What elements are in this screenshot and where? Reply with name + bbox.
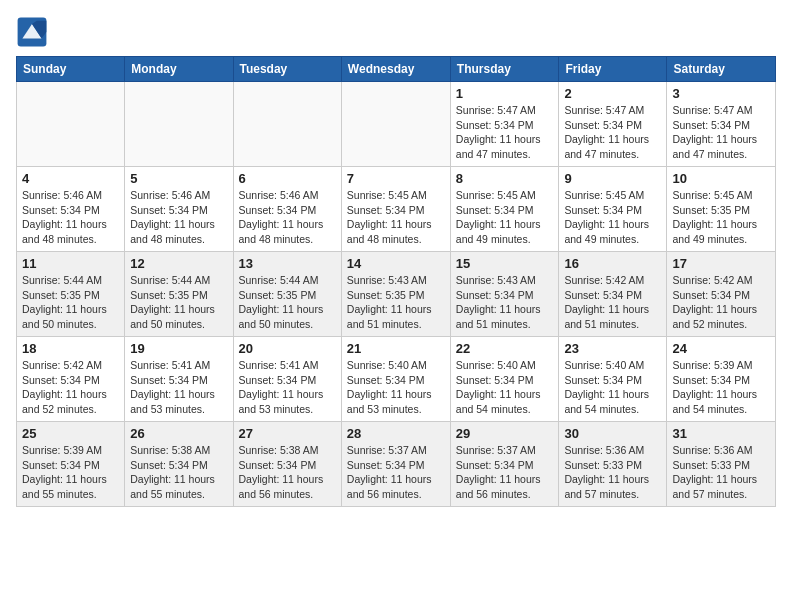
day-number: 9 [564,171,661,186]
day-number: 2 [564,86,661,101]
calendar-cell-27: 27Sunrise: 5:38 AM Sunset: 5:34 PM Dayli… [233,422,341,507]
day-info: Sunrise: 5:40 AM Sunset: 5:34 PM Dayligh… [347,358,445,417]
day-info: Sunrise: 5:42 AM Sunset: 5:34 PM Dayligh… [564,273,661,332]
day-number: 10 [672,171,770,186]
day-info: Sunrise: 5:36 AM Sunset: 5:33 PM Dayligh… [672,443,770,502]
week-row-3: 11Sunrise: 5:44 AM Sunset: 5:35 PM Dayli… [17,252,776,337]
day-info: Sunrise: 5:43 AM Sunset: 5:35 PM Dayligh… [347,273,445,332]
logo [16,16,52,48]
day-info: Sunrise: 5:42 AM Sunset: 5:34 PM Dayligh… [672,273,770,332]
calendar-cell-7: 7Sunrise: 5:45 AM Sunset: 5:34 PM Daylig… [341,167,450,252]
day-info: Sunrise: 5:44 AM Sunset: 5:35 PM Dayligh… [22,273,119,332]
day-number: 20 [239,341,336,356]
column-header-wednesday: Wednesday [341,57,450,82]
day-info: Sunrise: 5:45 AM Sunset: 5:34 PM Dayligh… [564,188,661,247]
day-info: Sunrise: 5:44 AM Sunset: 5:35 PM Dayligh… [239,273,336,332]
day-number: 19 [130,341,227,356]
day-info: Sunrise: 5:43 AM Sunset: 5:34 PM Dayligh… [456,273,554,332]
day-number: 23 [564,341,661,356]
column-header-sunday: Sunday [17,57,125,82]
calendar-cell-empty-0 [17,82,125,167]
day-info: Sunrise: 5:47 AM Sunset: 5:34 PM Dayligh… [672,103,770,162]
calendar-cell-30: 30Sunrise: 5:36 AM Sunset: 5:33 PM Dayli… [559,422,667,507]
day-number: 29 [456,426,554,441]
day-info: Sunrise: 5:46 AM Sunset: 5:34 PM Dayligh… [130,188,227,247]
column-header-monday: Monday [125,57,233,82]
day-info: Sunrise: 5:46 AM Sunset: 5:34 PM Dayligh… [239,188,336,247]
calendar-cell-26: 26Sunrise: 5:38 AM Sunset: 5:34 PM Dayli… [125,422,233,507]
day-number: 15 [456,256,554,271]
week-row-2: 4Sunrise: 5:46 AM Sunset: 5:34 PM Daylig… [17,167,776,252]
calendar-cell-21: 21Sunrise: 5:40 AM Sunset: 5:34 PM Dayli… [341,337,450,422]
calendar-cell-28: 28Sunrise: 5:37 AM Sunset: 5:34 PM Dayli… [341,422,450,507]
column-header-saturday: Saturday [667,57,776,82]
day-number: 1 [456,86,554,101]
day-number: 22 [456,341,554,356]
day-info: Sunrise: 5:44 AM Sunset: 5:35 PM Dayligh… [130,273,227,332]
logo-icon [16,16,48,48]
day-info: Sunrise: 5:45 AM Sunset: 5:34 PM Dayligh… [456,188,554,247]
calendar-cell-empty-3 [341,82,450,167]
calendar-cell-25: 25Sunrise: 5:39 AM Sunset: 5:34 PM Dayli… [17,422,125,507]
day-number: 3 [672,86,770,101]
day-info: Sunrise: 5:40 AM Sunset: 5:34 PM Dayligh… [564,358,661,417]
calendar-cell-18: 18Sunrise: 5:42 AM Sunset: 5:34 PM Dayli… [17,337,125,422]
day-number: 31 [672,426,770,441]
column-header-friday: Friday [559,57,667,82]
week-row-5: 25Sunrise: 5:39 AM Sunset: 5:34 PM Dayli… [17,422,776,507]
day-number: 28 [347,426,445,441]
calendar-cell-empty-2 [233,82,341,167]
calendar-cell-4: 4Sunrise: 5:46 AM Sunset: 5:34 PM Daylig… [17,167,125,252]
day-info: Sunrise: 5:36 AM Sunset: 5:33 PM Dayligh… [564,443,661,502]
day-number: 13 [239,256,336,271]
column-header-tuesday: Tuesday [233,57,341,82]
calendar-cell-11: 11Sunrise: 5:44 AM Sunset: 5:35 PM Dayli… [17,252,125,337]
calendar-cell-8: 8Sunrise: 5:45 AM Sunset: 5:34 PM Daylig… [450,167,559,252]
calendar-cell-1: 1Sunrise: 5:47 AM Sunset: 5:34 PM Daylig… [450,82,559,167]
day-number: 26 [130,426,227,441]
day-number: 21 [347,341,445,356]
calendar-cell-9: 9Sunrise: 5:45 AM Sunset: 5:34 PM Daylig… [559,167,667,252]
day-info: Sunrise: 5:46 AM Sunset: 5:34 PM Dayligh… [22,188,119,247]
calendar-header-row: SundayMondayTuesdayWednesdayThursdayFrid… [17,57,776,82]
calendar-cell-empty-1 [125,82,233,167]
calendar-cell-15: 15Sunrise: 5:43 AM Sunset: 5:34 PM Dayli… [450,252,559,337]
day-number: 30 [564,426,661,441]
calendar-cell-3: 3Sunrise: 5:47 AM Sunset: 5:34 PM Daylig… [667,82,776,167]
day-number: 25 [22,426,119,441]
calendar-cell-16: 16Sunrise: 5:42 AM Sunset: 5:34 PM Dayli… [559,252,667,337]
day-number: 12 [130,256,227,271]
calendar-cell-17: 17Sunrise: 5:42 AM Sunset: 5:34 PM Dayli… [667,252,776,337]
day-number: 24 [672,341,770,356]
calendar-cell-13: 13Sunrise: 5:44 AM Sunset: 5:35 PM Dayli… [233,252,341,337]
day-info: Sunrise: 5:45 AM Sunset: 5:34 PM Dayligh… [347,188,445,247]
calendar-cell-19: 19Sunrise: 5:41 AM Sunset: 5:34 PM Dayli… [125,337,233,422]
calendar-cell-6: 6Sunrise: 5:46 AM Sunset: 5:34 PM Daylig… [233,167,341,252]
day-number: 17 [672,256,770,271]
day-info: Sunrise: 5:37 AM Sunset: 5:34 PM Dayligh… [347,443,445,502]
day-info: Sunrise: 5:39 AM Sunset: 5:34 PM Dayligh… [672,358,770,417]
day-number: 8 [456,171,554,186]
calendar-cell-31: 31Sunrise: 5:36 AM Sunset: 5:33 PM Dayli… [667,422,776,507]
day-number: 18 [22,341,119,356]
day-info: Sunrise: 5:40 AM Sunset: 5:34 PM Dayligh… [456,358,554,417]
day-number: 4 [22,171,119,186]
calendar-table: SundayMondayTuesdayWednesdayThursdayFrid… [16,56,776,507]
page-header [16,16,776,48]
calendar-cell-24: 24Sunrise: 5:39 AM Sunset: 5:34 PM Dayli… [667,337,776,422]
calendar-cell-20: 20Sunrise: 5:41 AM Sunset: 5:34 PM Dayli… [233,337,341,422]
day-info: Sunrise: 5:41 AM Sunset: 5:34 PM Dayligh… [239,358,336,417]
day-info: Sunrise: 5:39 AM Sunset: 5:34 PM Dayligh… [22,443,119,502]
calendar-cell-29: 29Sunrise: 5:37 AM Sunset: 5:34 PM Dayli… [450,422,559,507]
day-info: Sunrise: 5:47 AM Sunset: 5:34 PM Dayligh… [456,103,554,162]
day-number: 27 [239,426,336,441]
day-info: Sunrise: 5:38 AM Sunset: 5:34 PM Dayligh… [130,443,227,502]
day-info: Sunrise: 5:45 AM Sunset: 5:35 PM Dayligh… [672,188,770,247]
day-number: 16 [564,256,661,271]
day-info: Sunrise: 5:47 AM Sunset: 5:34 PM Dayligh… [564,103,661,162]
day-number: 14 [347,256,445,271]
day-number: 6 [239,171,336,186]
day-info: Sunrise: 5:37 AM Sunset: 5:34 PM Dayligh… [456,443,554,502]
day-info: Sunrise: 5:42 AM Sunset: 5:34 PM Dayligh… [22,358,119,417]
week-row-1: 1Sunrise: 5:47 AM Sunset: 5:34 PM Daylig… [17,82,776,167]
